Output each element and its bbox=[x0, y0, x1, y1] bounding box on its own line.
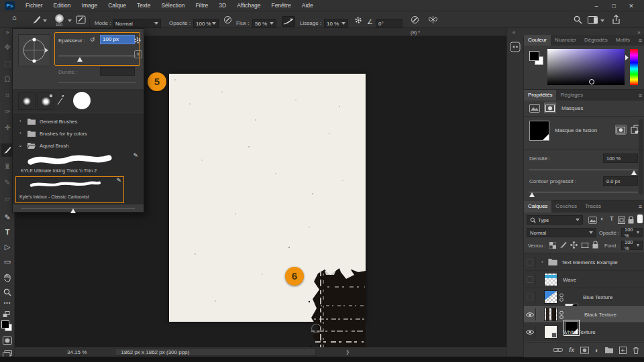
preset-current-brush[interactable] bbox=[68, 90, 96, 111]
lock-artboard-icon[interactable] bbox=[581, 242, 589, 249]
epaisseur-slider[interactable] bbox=[58, 56, 136, 56]
densite-slider-thumb[interactable] bbox=[631, 170, 637, 175]
lissage-select[interactable]: 10 % bbox=[324, 19, 348, 28]
path-select-tool[interactable]: ▷ bbox=[0, 243, 15, 251]
panel-menu-icon[interactable]: ≡ bbox=[636, 200, 644, 213]
fusion-mask-thumbnail[interactable] bbox=[529, 121, 549, 141]
link-layers-icon[interactable] bbox=[553, 347, 563, 353]
adjustment-layer-icon[interactable]: ◐ bbox=[595, 347, 599, 354]
menu-aide[interactable]: Aide bbox=[297, 0, 319, 11]
shape-tool[interactable]: ▭ bbox=[0, 257, 15, 266]
mask-properties-icon[interactable] bbox=[544, 103, 556, 113]
layer-row-wave[interactable]: Wave bbox=[524, 271, 644, 288]
group-chevron-icon[interactable]: › bbox=[541, 259, 543, 265]
tab-calques[interactable]: Calques bbox=[524, 200, 551, 213]
toggle-brush-panel-icon[interactable] bbox=[76, 15, 86, 24]
layer-row-text-elements[interactable]: › Text Elements Example bbox=[524, 253, 644, 271]
brush-preview-chevron-icon[interactable] bbox=[68, 19, 72, 22]
menu-filtre[interactable]: Filtre bbox=[190, 0, 213, 11]
reset-size-icon[interactable]: ↺ bbox=[90, 36, 95, 43]
tab-proprietes[interactable]: Propriétés bbox=[524, 90, 556, 101]
layers-opacity-select[interactable]: 100 % bbox=[621, 228, 643, 237]
filter-pixel-icon[interactable] bbox=[588, 217, 597, 224]
new-layer-icon[interactable] bbox=[619, 347, 627, 354]
brush-list-slider[interactable] bbox=[21, 208, 135, 208]
layer-thumbnail[interactable] bbox=[544, 325, 557, 339]
popup-gear-icon[interactable] bbox=[133, 36, 142, 44]
hue-slider[interactable] bbox=[630, 49, 638, 85]
blend-mode-select[interactable]: Normal bbox=[527, 228, 596, 237]
select-mask-icon[interactable] bbox=[615, 125, 627, 135]
status-menu-chevron-icon[interactable]: ❯ bbox=[345, 349, 350, 355]
hue-slider-marker[interactable] bbox=[625, 55, 629, 60]
filter-type-icon[interactable]: T bbox=[610, 215, 614, 222]
folder-general-brushes[interactable]: › General Brushes bbox=[13, 116, 144, 128]
menu-selection[interactable]: Sélection bbox=[156, 0, 190, 11]
menu-calque[interactable]: Calque bbox=[103, 0, 131, 11]
dock-collapse-icon[interactable]: « bbox=[513, 29, 515, 36]
workspace-icon[interactable] bbox=[588, 16, 598, 24]
brush-list-slider-thumb[interactable] bbox=[70, 208, 76, 213]
hand-tool[interactable] bbox=[3, 274, 11, 282]
tab-degrades[interactable]: Dégradés bbox=[580, 35, 612, 46]
layer-style-fx-icon[interactable]: fx bbox=[569, 347, 574, 353]
airbrush-toggle[interactable] bbox=[282, 16, 295, 27]
minimize-button[interactable]: – bbox=[588, 3, 605, 9]
contour-value[interactable]: 0.0 px bbox=[603, 176, 638, 186]
share-icon[interactable] bbox=[612, 15, 621, 24]
lock-pixels-icon[interactable] bbox=[559, 241, 567, 249]
color-field-marker[interactable] bbox=[589, 79, 594, 84]
layer-filter-select[interactable]: Type bbox=[527, 215, 583, 225]
brush-preset-preview[interactable]: 100 bbox=[52, 14, 66, 26]
brush-tool-chevron-icon[interactable] bbox=[43, 19, 47, 22]
symmetry-butterfly-icon[interactable] bbox=[428, 15, 438, 24]
contour-slider[interactable] bbox=[529, 192, 638, 192]
menu-3d[interactable]: 3D bbox=[213, 0, 231, 11]
properties-scrollbar[interactable] bbox=[639, 119, 643, 194]
panel-menu-icon[interactable]: ≡ bbox=[636, 90, 644, 101]
filter-toggle-icon[interactable] bbox=[637, 215, 643, 223]
add-mask-icon[interactable] bbox=[580, 347, 589, 354]
edit-toolbar-icon[interactable]: ••• bbox=[0, 300, 15, 305]
close-button[interactable]: ✕ bbox=[623, 3, 640, 9]
lock-all-icon[interactable] bbox=[592, 241, 598, 249]
tab-couches[interactable]: Couches bbox=[551, 200, 581, 213]
menu-fichier[interactable]: Fichier bbox=[20, 0, 48, 11]
filter-shape-icon[interactable] bbox=[618, 217, 625, 224]
folder-brushes-try-colors[interactable]: › Brushes for try colors bbox=[13, 128, 144, 140]
photoshop-logo-icon[interactable]: Ps bbox=[5, 1, 15, 10]
preset-soft-round-pressure[interactable] bbox=[37, 93, 54, 110]
epaisseur-input[interactable]: 100 px bbox=[100, 35, 135, 44]
type-tool[interactable]: T bbox=[0, 228, 15, 236]
angle-input[interactable]: 0° bbox=[376, 19, 402, 28]
layer-thumbnail[interactable] bbox=[544, 308, 557, 321]
filter-lock-icon[interactable] bbox=[628, 216, 634, 224]
tab-nuancier[interactable]: Nuancier bbox=[551, 35, 580, 46]
preset-sketch[interactable] bbox=[56, 93, 65, 110]
visibility-toggle[interactable] bbox=[524, 308, 536, 320]
lock-transparency-icon[interactable] bbox=[549, 242, 556, 249]
epaisseur-slider-thumb[interactable] bbox=[77, 57, 83, 62]
durete-slider[interactable] bbox=[58, 82, 136, 83]
new-brush-button[interactable]: + bbox=[134, 50, 142, 58]
layer-row-black-texture-selected[interactable]: Black Texture bbox=[524, 306, 644, 323]
layer-row-blue-texture[interactable]: Blue Texture bbox=[524, 288, 644, 306]
tab-traces[interactable]: Tracés bbox=[581, 200, 605, 213]
layer-row-white-texture[interactable]: White Texture bbox=[524, 323, 644, 341]
panel-menu-icon[interactable]: ≡ bbox=[636, 35, 644, 46]
menu-texte[interactable]: Texte bbox=[131, 0, 156, 11]
lock-position-icon[interactable] bbox=[570, 241, 578, 249]
brush-angle-dial[interactable] bbox=[18, 34, 50, 66]
color-fg-bg-swatches[interactable] bbox=[529, 51, 545, 67]
flux-select[interactable]: 56 % bbox=[252, 19, 276, 28]
mode-select[interactable]: Normal bbox=[113, 19, 161, 28]
contour-slider-thumb[interactable] bbox=[529, 192, 535, 197]
visibility-toggle[interactable] bbox=[524, 326, 536, 338]
densite-value[interactable]: 100 % bbox=[603, 154, 638, 163]
folder-aqural-brush[interactable]: ⌄ Aqural Brush bbox=[13, 140, 144, 152]
delete-layer-trash-icon[interactable] bbox=[633, 347, 639, 354]
maximize-button[interactable]: □ bbox=[605, 3, 623, 9]
pen-tool[interactable]: ✎ bbox=[0, 213, 15, 222]
menu-edition[interactable]: Edition bbox=[48, 0, 76, 11]
menu-fenetre[interactable]: Fenêtre bbox=[266, 0, 296, 11]
